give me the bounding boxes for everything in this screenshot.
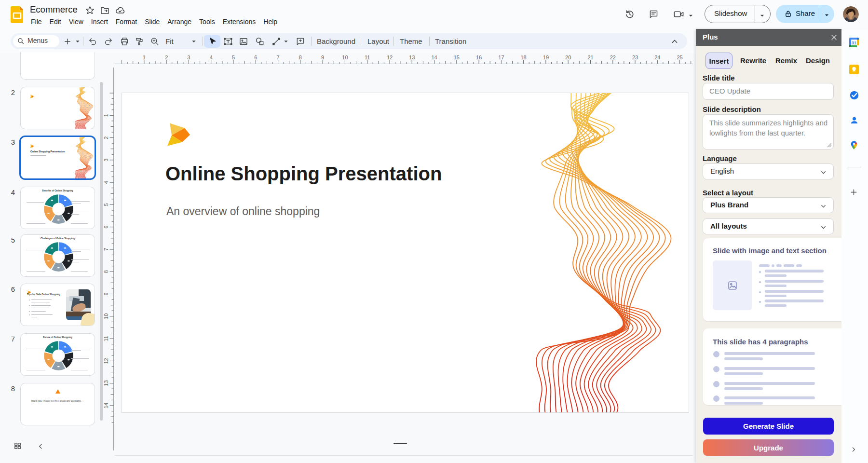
svg-text:15: 15 bbox=[454, 54, 460, 60]
svg-text:25: 25 bbox=[677, 54, 682, 60]
svg-text:24: 24 bbox=[654, 54, 660, 60]
svg-text:11: 11 bbox=[365, 54, 370, 60]
svg-text:18: 18 bbox=[520, 54, 526, 60]
svg-text:7: 7 bbox=[277, 54, 280, 60]
svg-text:2: 2 bbox=[165, 54, 168, 60]
svg-text:3: 3 bbox=[187, 54, 190, 60]
svg-text:22: 22 bbox=[610, 54, 616, 60]
svg-text:21: 21 bbox=[587, 54, 593, 60]
svg-text:8: 8 bbox=[299, 54, 302, 60]
svg-text:20: 20 bbox=[565, 54, 571, 60]
svg-text:5: 5 bbox=[232, 54, 235, 60]
svg-text:19: 19 bbox=[543, 54, 549, 60]
svg-text:10: 10 bbox=[342, 54, 348, 60]
svg-text:9: 9 bbox=[321, 54, 324, 60]
svg-text:4: 4 bbox=[210, 54, 213, 60]
svg-text:14: 14 bbox=[431, 54, 437, 60]
svg-text:17: 17 bbox=[498, 54, 504, 60]
svg-text:6: 6 bbox=[254, 54, 257, 60]
svg-text:16: 16 bbox=[476, 54, 482, 60]
svg-text:31: 31 bbox=[852, 41, 856, 45]
svg-text:13: 13 bbox=[409, 54, 415, 60]
svg-text:1: 1 bbox=[143, 54, 146, 60]
svg-text:23: 23 bbox=[632, 54, 638, 60]
svg-text:12: 12 bbox=[387, 54, 393, 60]
